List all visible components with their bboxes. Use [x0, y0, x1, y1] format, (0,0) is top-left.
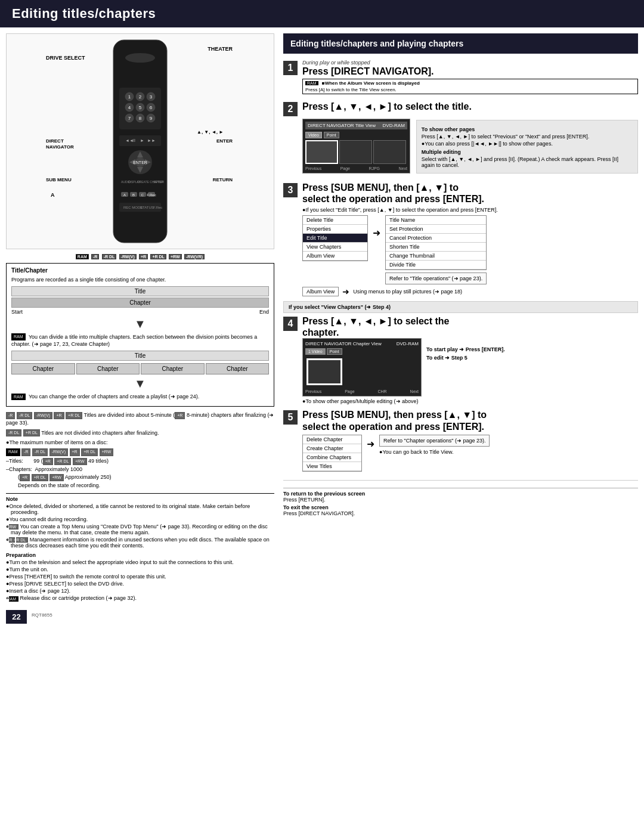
menu-cancel-protection: Cancel Protection — [386, 234, 486, 243]
ram-badge-step1: RAM — [305, 81, 318, 85]
left-column: THEATER DRIVE SELECT DIRECTNAVIGATOR SUB… — [6, 33, 280, 624]
step-2-illustration: DIRECT NAVIGATOR Title View DVD-RAM Vide… — [302, 116, 638, 177]
step-1-ram-box: RAM ■When the Album View screen is displ… — [302, 79, 638, 94]
badge-prdl: +R DL — [150, 254, 166, 259]
prep-bullet-1: ●Turn on the television and select the a… — [6, 559, 274, 565]
screen-thumb-selected — [305, 140, 338, 164]
step-1-number: 1 — [283, 61, 298, 75]
menu-delete-chapter: Delete Chapter — [303, 435, 361, 444]
arrows-label: ▲, ▼, ◄, ► — [197, 129, 224, 135]
arrow-down-1: ▼ — [11, 317, 269, 331]
show-other-pages-text: Press [▲, ▼, ◄, ►] to select "Previous" … — [422, 134, 633, 140]
album-arrow: ➜ — [342, 287, 349, 296]
step-2-content: Press [▲, ▼, ◄, ►] to select the title. … — [302, 101, 638, 176]
note-bullet-4: ●+R +R DL Management information is reco… — [6, 537, 274, 549]
step-3-refer-note: Refer to "Title operations" (➜ page 23). — [385, 272, 487, 284]
to-edit: To edit ➜ Step 5 — [426, 355, 505, 361]
svg-text:ENTER: ENTER — [133, 160, 147, 165]
to-start-play: To start play ➜ Press [ENTER]. — [426, 346, 505, 352]
step-2-number: 2 — [283, 102, 298, 116]
svg-text:2: 2 — [139, 94, 142, 100]
svg-text:STATUS: STATUS — [140, 206, 154, 209]
badge-ram: RAM — [76, 254, 89, 259]
chapter-cell-1: Chapter — [11, 363, 75, 374]
menu-delete-title: Delete Title — [303, 216, 367, 225]
step-3-main: Press [SUB MENU], then [▲, ▼] toselect t… — [302, 182, 638, 205]
step-5-arrow: ➜ — [367, 432, 374, 450]
disc-notes-container: -R -R DL -RW(V) +R +R DL Titles are divi… — [6, 411, 274, 436]
menu-combine-chapters: Combine Chapters — [303, 453, 361, 462]
ram-badge-1: RAM — [11, 333, 26, 340]
multiple-editing-title: Multiple editing — [422, 149, 633, 155]
menu-change-thumbnail: Change Thumbnail — [386, 252, 486, 261]
badge-r: -R — [91, 254, 99, 259]
scv-chapter-selected — [306, 358, 342, 385]
prep-title: Preparation — [6, 552, 274, 558]
svg-text:◄◄: ◄◄ — [125, 138, 134, 143]
menu-shorten-title: Shorten Title — [386, 243, 486, 252]
step-4-number: 4 — [283, 317, 298, 331]
menu-view-titles: View Titles — [303, 462, 361, 471]
scv-tabs: 1 Video Point — [305, 348, 419, 355]
theater-label: THEATER — [208, 46, 233, 52]
step-1-row: 1 During play or while stopped Press [DI… — [283, 60, 638, 96]
exit-screen-text: Press [DIRECT NAVIGATOR]. — [283, 510, 638, 516]
svg-text:F.Rec: F.Rec — [147, 193, 156, 197]
badge-rdl: -R DL — [102, 254, 117, 259]
step-5-container: Delete Chapter Create Chapter Combine Ch… — [302, 432, 638, 474]
svg-text:8: 8 — [139, 116, 142, 121]
step-2-note-box: To show other pages Press [▲, ▼, ◄, ►] t… — [416, 120, 638, 174]
svg-text:II: II — [133, 138, 135, 143]
step-3-menus: Delete Title Properties Edit Title View … — [302, 215, 638, 284]
max-items-box: ●The maximum number of items on a disc: … — [6, 439, 274, 490]
badge-pr: +R — [139, 254, 148, 259]
show-other-pages-title: To show other pages — [422, 126, 633, 132]
step-3-row: 3 Press [SUB MENU], then [▲, ▼] toselect… — [283, 182, 638, 296]
bottom-return-note: To return to the previous screen Press [… — [283, 488, 638, 516]
menu-title-name: Title Name — [386, 216, 486, 225]
prep-bullet-3: ●Press [THEATER] to switch the remote co… — [6, 574, 274, 580]
step-5-content: Press [SUB MENU], then press [▲, ▼] tose… — [302, 409, 638, 473]
scv-tab-video: 1 Video — [305, 348, 326, 355]
step-4-show-pages-note: ●To show other pages/Multiple editing (➜… — [302, 398, 422, 404]
note-bullet-1: ●Once deleted, divided or shortened, a t… — [6, 503, 274, 515]
return-screen-title: To return to the previous screen — [283, 491, 638, 497]
model-number: RQT8655 — [32, 612, 52, 618]
svg-text:5: 5 — [139, 105, 142, 110]
prep-section: Preparation ●Turn on the television and … — [6, 552, 274, 601]
svg-text:4: 4 — [128, 105, 131, 110]
prep-bullet-2: ●Turn the unit on. — [6, 566, 274, 572]
chapters-grid: Chapter Chapter Chapter Chapter — [11, 363, 269, 374]
step-2-main: Press [▲, ▼, ◄, ►] to select the title. — [302, 101, 638, 112]
menu-album-view: Album View — [303, 252, 367, 261]
prep-bullet-5: ●Insert a disc (➜ page 12). — [6, 588, 274, 594]
badge-rwv: -RW(V) — [119, 254, 137, 259]
chapter-view-screen: DIRECT NAVIGATOR Chapter View DVD-RAM 1 … — [302, 338, 422, 397]
ram-note: RAM You can divide a title into multiple… — [11, 333, 269, 348]
note-section: Note ●Once deleted, divided or shortened… — [6, 493, 274, 549]
svg-text:6: 6 — [150, 105, 153, 110]
ram-note-2: RAM You can change the order of chapters… — [11, 393, 269, 401]
start-label: Start — [11, 309, 23, 315]
screen-thumb-3 — [373, 140, 406, 164]
max-approx-row: (+R +R DL +RW Approximately 250) — [6, 473, 274, 482]
right-column: Editing titles/chapters and playing chap… — [280, 33, 638, 624]
return-screen-text: Press [RETURN]. — [283, 497, 638, 503]
title-view-screen: DIRECT NAVIGATOR Title View DVD-RAM Vide… — [302, 119, 410, 174]
svg-text:9: 9 — [150, 116, 153, 121]
prep-bullet-4: ●Press [DRIVE SELECT] to select the DVD … — [6, 581, 274, 587]
album-view-label: Album View — [302, 287, 339, 296]
remote-container: THEATER DRIVE SELECT DIRECTNAVIGATOR SUB… — [6, 33, 274, 249]
multiple-editing-text: Select with [▲, ▼, ◄, ►] and press [II].… — [422, 156, 633, 168]
step-4-main: Press [▲, ▼, ◄, ►] to select thechapter. — [302, 315, 638, 338]
screen-tabs: Video Point — [305, 132, 407, 138]
max-items-intro: ●The maximum number of items on a disc: — [6, 439, 274, 447]
note-bullet-2: ●You cannot edit during recording. — [6, 516, 274, 522]
step-4-screen-container: DIRECT NAVIGATOR Chapter View DVD-RAM 1 … — [302, 338, 422, 404]
svg-text:A: A — [123, 193, 126, 197]
menu-view-chapters: View Chapters — [303, 243, 367, 252]
chapter-op-menu: Delete Chapter Create Chapter Combine Ch… — [302, 435, 362, 472]
disc-formats-row: RAM -R -R DL -RW(V) +R +R DL +RW -RW(VR) — [6, 254, 274, 259]
screen-tab-video: Video — [305, 132, 322, 138]
screen-nav: PreviousPageRJPGNext — [305, 166, 407, 171]
